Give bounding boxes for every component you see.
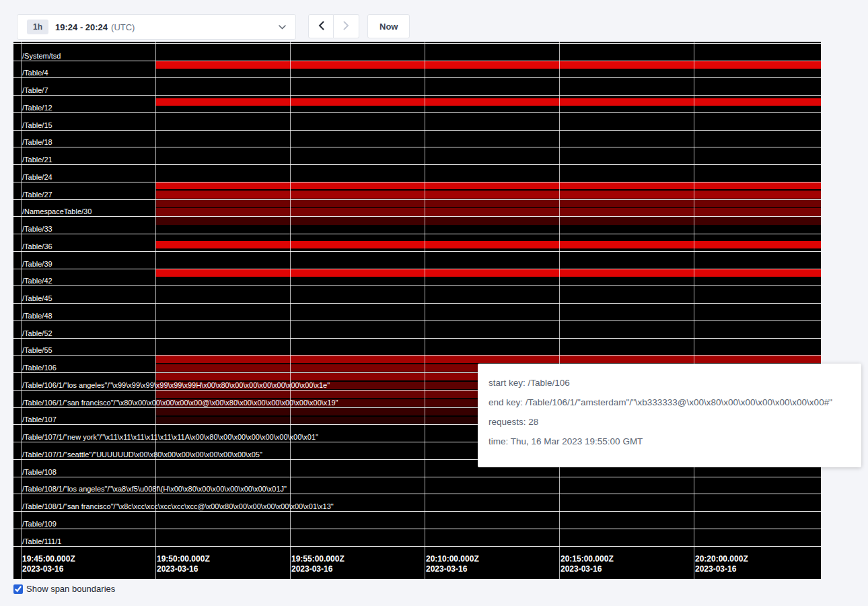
span-boundary-line bbox=[13, 303, 821, 304]
span-boundary-line bbox=[13, 529, 821, 529]
span-key-label: /Table/12 bbox=[22, 104, 52, 112]
span-boundary-line bbox=[13, 494, 821, 494]
span-key-label: /Table/33 bbox=[22, 225, 52, 234]
span-boundary-line bbox=[13, 182, 821, 182]
time-axis-label: 19:45:00.000Z2023-03-16 bbox=[22, 554, 75, 574]
span-key-label: /Table/106/1/"san francisco"/"\x80\x00\x… bbox=[22, 399, 338, 407]
time-axis-label: 19:55:00.000Z2023-03-16 bbox=[291, 554, 345, 574]
span-boundary-line bbox=[13, 199, 821, 200]
span-key-label: /Table/18 bbox=[22, 138, 52, 147]
span-key-label: /Table/107 bbox=[22, 415, 57, 424]
chevron-left-icon bbox=[318, 21, 324, 32]
time-axis-label: 20:10:00.000Z2023-03-16 bbox=[426, 554, 479, 574]
time-axis-date: 2023-03-16 bbox=[291, 564, 345, 574]
span-boundary-line bbox=[13, 251, 821, 252]
span-boundary-line bbox=[13, 234, 821, 234]
heat-band bbox=[155, 217, 821, 225]
time-interval-nav bbox=[308, 14, 359, 38]
span-key-label: /NamespaceTable/30 bbox=[22, 207, 92, 216]
span-boundary-line bbox=[13, 546, 821, 547]
span-key-label: /Table/42 bbox=[22, 277, 52, 285]
span-key-label: /Table/111/1 bbox=[22, 537, 61, 546]
time-gridline bbox=[694, 42, 694, 579]
span-boundary-line bbox=[13, 77, 821, 78]
show-span-boundaries-checkbox[interactable] bbox=[13, 584, 23, 594]
heat-band bbox=[155, 61, 821, 69]
heat-band bbox=[155, 98, 821, 106]
span-key-label: /Table/4 bbox=[22, 69, 48, 77]
time-axis-time: 20:15:00.000Z bbox=[560, 554, 614, 564]
heat-band bbox=[155, 182, 821, 189]
span-key-label: /Table/55 bbox=[22, 346, 52, 355]
span-key-label: /Table/108/1/"los angeles"/"\xa8\xf5\u00… bbox=[22, 485, 287, 494]
span-boundary-line bbox=[13, 338, 821, 339]
show-span-boundaries-label: Show span boundaries bbox=[26, 584, 115, 594]
span-key-label: /Table/21 bbox=[22, 156, 52, 164]
span-boundary-line bbox=[13, 95, 821, 96]
time-preset-badge: 1h bbox=[27, 20, 48, 34]
time-axis-label: 20:20:00.000Z2023-03-16 bbox=[695, 554, 748, 574]
heat-band bbox=[155, 356, 821, 363]
time-range-label: 19:24 - 20:24 bbox=[55, 22, 108, 32]
span-key-label: /Table/24 bbox=[22, 173, 52, 182]
span-key-label: /Table/109 bbox=[22, 520, 57, 529]
time-axis-date: 2023-03-16 bbox=[560, 564, 614, 574]
span-boundary-line bbox=[13, 511, 821, 512]
time-axis-time: 20:20:00.000Z bbox=[695, 554, 748, 564]
span-boundary-line bbox=[13, 147, 821, 147]
time-axis-date: 2023-03-16 bbox=[426, 564, 479, 574]
span-key-label: /Table/36 bbox=[22, 242, 52, 251]
tooltip-time: time: Thu, 16 Mar 2023 19:55:00 GMT bbox=[489, 436, 851, 446]
span-boundary-line bbox=[13, 61, 821, 61]
heat-band bbox=[155, 200, 821, 207]
span-boundary-line bbox=[13, 112, 821, 113]
chevron-down-icon bbox=[279, 25, 286, 30]
time-axis-time: 19:45:00.000Z bbox=[22, 554, 75, 564]
time-axis-date: 2023-03-16 bbox=[157, 564, 210, 574]
time-range-picker[interactable]: 1h 19:24 - 20:24 (UTC) bbox=[17, 14, 296, 40]
footer: Show span boundaries bbox=[13, 584, 115, 594]
time-axis-label: 20:15:00.000Z2023-03-16 bbox=[560, 554, 614, 574]
heat-band bbox=[155, 269, 821, 277]
span-boundary-line bbox=[13, 355, 821, 356]
now-button[interactable]: Now bbox=[367, 14, 410, 38]
heat-band bbox=[155, 191, 821, 199]
span-boundary-line bbox=[13, 285, 821, 286]
time-axis-date: 2023-03-16 bbox=[22, 564, 75, 574]
span-boundary-line bbox=[13, 164, 821, 165]
time-gridline bbox=[290, 42, 291, 579]
time-gridline bbox=[559, 42, 560, 579]
hover-tooltip: start key: /Table/106 end key: /Table/10… bbox=[478, 364, 861, 467]
span-key-label: /Table/107/1/"seattle"/"UUUUUUD\x00\x80\… bbox=[22, 450, 262, 459]
span-key-label: /Table/108/1/"san francisco"/"\x8c\xcc\x… bbox=[22, 502, 334, 511]
time-gridline bbox=[155, 42, 156, 579]
next-interval-button[interactable] bbox=[334, 14, 359, 38]
time-gridline bbox=[425, 42, 425, 579]
span-key-label: /System/tsd bbox=[22, 52, 61, 61]
time-axis-time: 19:50:00.000Z bbox=[157, 554, 210, 564]
span-boundary-line bbox=[13, 43, 821, 44]
previous-interval-button[interactable] bbox=[308, 14, 334, 38]
key-visualizer-canvas[interactable]: start key: /Table/106 end key: /Table/10… bbox=[13, 42, 821, 579]
span-key-label: /Table/27 bbox=[22, 191, 52, 199]
toolbar: 1h 19:24 - 20:24 (UTC) Now bbox=[17, 14, 410, 40]
span-key-label: /Table/108 bbox=[22, 468, 57, 477]
time-gridline bbox=[21, 42, 22, 579]
span-boundary-line bbox=[13, 321, 821, 321]
span-key-label: /Table/39 bbox=[22, 260, 52, 269]
span-key-label: /Table/52 bbox=[22, 329, 52, 338]
span-key-label: /Table/106 bbox=[22, 364, 57, 372]
span-key-label: /Table/45 bbox=[22, 294, 52, 303]
span-key-label: /Table/106/1/"los angeles"/"\x99\x99\x99… bbox=[22, 381, 330, 390]
span-key-label: /Table/15 bbox=[22, 121, 52, 130]
heat-band bbox=[155, 241, 821, 248]
span-boundary-line bbox=[13, 216, 821, 217]
tooltip-end-key: end key: /Table/106/1/"amsterdam"/"\xb33… bbox=[489, 397, 851, 407]
time-axis-time: 20:10:00.000Z bbox=[426, 554, 479, 564]
tooltip-start-key: start key: /Table/106 bbox=[489, 378, 851, 388]
time-axis-label: 19:50:00.000Z2023-03-16 bbox=[157, 554, 210, 574]
time-axis-time: 19:55:00.000Z bbox=[291, 554, 345, 564]
tooltip-requests: requests: 28 bbox=[489, 417, 851, 427]
timezone-label: (UTC) bbox=[111, 22, 135, 32]
heat-band bbox=[155, 208, 821, 216]
